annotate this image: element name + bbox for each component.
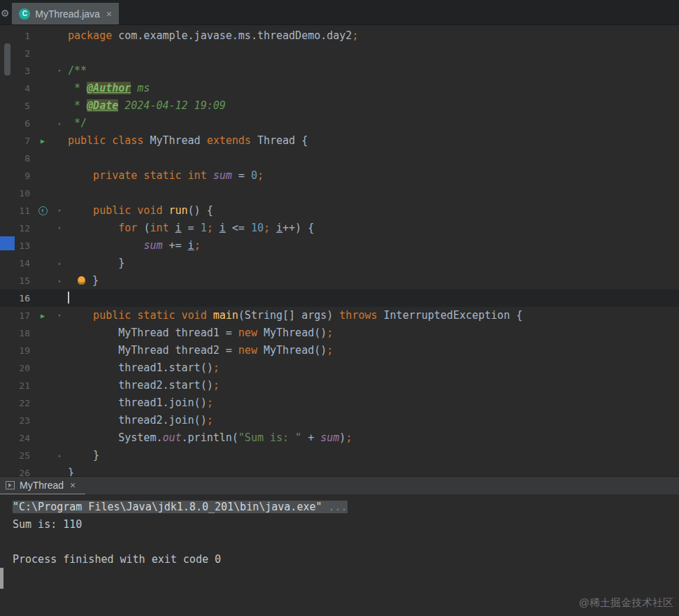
code-line[interactable]: 5 * @Date 2024-04-12 19:09 bbox=[0, 97, 679, 115]
code-line[interactable]: 1package com.example.javase.ms.threadDem… bbox=[0, 27, 679, 45]
code-token: thread1.join() bbox=[68, 396, 207, 409]
fold-gutter bbox=[53, 167, 66, 185]
stripe-selection-marker bbox=[0, 236, 15, 250]
fold-gutter bbox=[53, 150, 66, 167]
code-line[interactable]: 16 bbox=[0, 289, 679, 307]
code-line[interactable]: 20 thread1.start(); bbox=[0, 359, 679, 377]
code-line[interactable]: 4 * @Author ms bbox=[0, 80, 679, 97]
console-line: "C:\Program Files\Java\jdk1.8.0_201\bin\… bbox=[13, 499, 679, 516]
console-panel[interactable]: "C:\Program Files\Java\jdk1.8.0_201\bin\… bbox=[0, 494, 679, 616]
code-token: (String[] args) bbox=[238, 309, 340, 322]
console-fold-ellipsis[interactable]: ... bbox=[322, 501, 348, 513]
code-line[interactable]: 21 thread2.start(); bbox=[0, 377, 679, 394]
code-token: com.example.javase.ms.threadDemo.day2 bbox=[118, 29, 352, 42]
editor-tab-bar: ⚙ C MyThread.java × bbox=[0, 0, 679, 25]
code-text: thread2.join(); bbox=[66, 412, 679, 429]
line-number: 4 bbox=[0, 80, 32, 97]
code-token: i bbox=[276, 222, 283, 234]
console-text: Process finished with exit code 0 bbox=[13, 553, 221, 566]
code-token: ; bbox=[213, 379, 220, 392]
code-token: ; bbox=[194, 239, 201, 252]
code-text: */ bbox=[66, 115, 679, 132]
code-line[interactable]: 11↑▾ public void run() { bbox=[0, 202, 679, 220]
code-editor[interactable]: 1package com.example.javase.ms.threadDem… bbox=[0, 25, 679, 476]
code-line[interactable]: 8 bbox=[0, 150, 679, 167]
line-number: 26 bbox=[0, 464, 32, 476]
code-text bbox=[66, 150, 679, 167]
line-number: 24 bbox=[0, 429, 32, 447]
line-number: 6 bbox=[0, 115, 32, 132]
fold-marker-icon[interactable]: ▾ bbox=[53, 220, 66, 237]
run-tab-label: MyThread bbox=[20, 480, 64, 491]
code-line[interactable]: 23 thread2.join(); bbox=[0, 412, 679, 429]
fold-marker-icon[interactable]: ▴ bbox=[53, 255, 66, 272]
line-number: 5 bbox=[0, 97, 32, 115]
code-text: MyThread thread2 = new MyThread(); bbox=[66, 342, 679, 359]
line-number: 17 bbox=[0, 307, 32, 324]
fold-marker-icon[interactable]: ▾ bbox=[53, 202, 66, 220]
fold-gutter bbox=[53, 464, 66, 476]
code-line[interactable]: 19 MyThread thread2 = new MyThread(); bbox=[0, 342, 679, 359]
code-token: ; bbox=[207, 396, 213, 409]
fold-gutter bbox=[53, 429, 66, 447]
code-line[interactable]: 12▾ for (int i = 1; i <= 10; i++) { bbox=[0, 220, 679, 237]
code-line[interactable]: 9 private static int sum = 0; bbox=[0, 167, 679, 185]
code-line[interactable]: 25▴ } bbox=[0, 447, 679, 464]
gutter-icons bbox=[32, 394, 53, 412]
code-line[interactable]: 6▴ */ bbox=[0, 115, 679, 132]
code-token: } bbox=[68, 466, 74, 476]
code-line[interactable]: 18 MyThread thread1 = new MyThread(); bbox=[0, 324, 679, 342]
code-line[interactable]: 17▶▾ public static void main(String[] ar… bbox=[0, 307, 679, 324]
run-tab-mythread[interactable]: MyThread × bbox=[0, 477, 85, 494]
code-text: } bbox=[66, 272, 679, 289]
editor-tab-mythread[interactable]: C MyThread.java × bbox=[12, 3, 119, 24]
code-token: sum bbox=[213, 169, 232, 182]
code-line[interactable]: 13 sum += i; bbox=[0, 237, 679, 255]
fold-gutter bbox=[53, 289, 66, 307]
code-line[interactable]: 22 thread1.join(); bbox=[0, 394, 679, 412]
code-token: /** bbox=[68, 64, 87, 77]
fold-marker-icon[interactable]: ▾ bbox=[53, 62, 66, 80]
code-line[interactable]: 10 bbox=[0, 185, 679, 202]
run-gutter-icon[interactable]: ▶ bbox=[41, 313, 45, 320]
toolwindow-stripe-handle[interactable] bbox=[0, 568, 3, 589]
gear-icon[interactable]: ⚙ bbox=[1, 7, 8, 19]
code-line[interactable]: 26} bbox=[0, 464, 679, 476]
code-text: MyThread thread1 = new MyThread(); bbox=[66, 324, 679, 342]
line-number: 9 bbox=[0, 167, 32, 185]
fold-gutter bbox=[53, 132, 66, 150]
tab-close-icon[interactable]: × bbox=[106, 8, 112, 20]
fold-gutter bbox=[53, 45, 66, 62]
line-number: 25 bbox=[0, 447, 32, 464]
fold-gutter bbox=[53, 237, 66, 255]
code-token: out bbox=[162, 431, 181, 444]
code-line[interactable]: 14▴ } bbox=[0, 255, 679, 272]
code-token: sum bbox=[143, 239, 162, 252]
run-tab-close-icon[interactable]: × bbox=[70, 480, 76, 491]
run-toolwindow-icon bbox=[6, 481, 15, 489]
run-gutter-icon[interactable]: ▶ bbox=[41, 138, 45, 145]
gutter-icons: ▶ bbox=[32, 132, 53, 150]
fold-marker-icon[interactable]: ▴ bbox=[53, 447, 66, 464]
fold-gutter bbox=[53, 412, 66, 429]
code-line[interactable]: 24 System.out.println("Sum is: " + sum); bbox=[0, 429, 679, 447]
intention-bulb-icon[interactable] bbox=[78, 276, 85, 285]
code-token: throws bbox=[339, 309, 383, 322]
code-token: ; bbox=[257, 169, 264, 182]
fold-gutter bbox=[53, 97, 66, 115]
override-gutter-icon[interactable]: ↑ bbox=[38, 206, 48, 215]
code-token: } bbox=[68, 257, 124, 269]
code-token: ; bbox=[352, 29, 358, 42]
scrollbar-thumb[interactable] bbox=[4, 43, 10, 76]
fold-marker-icon[interactable]: ▴ bbox=[53, 272, 66, 289]
code-line[interactable]: 15▴} bbox=[0, 272, 679, 289]
code-line[interactable]: 7▶public class MyThread extends Thread { bbox=[0, 132, 679, 150]
code-line[interactable]: 2 bbox=[0, 45, 679, 62]
fold-gutter bbox=[53, 342, 66, 359]
code-token: += bbox=[162, 239, 187, 252]
line-number: 18 bbox=[0, 324, 32, 342]
fold-marker-icon[interactable]: ▾ bbox=[53, 307, 66, 324]
fold-marker-icon[interactable]: ▴ bbox=[53, 115, 66, 132]
code-token: thread2.join() bbox=[68, 414, 207, 427]
code-line[interactable]: 3▾/** bbox=[0, 62, 679, 80]
